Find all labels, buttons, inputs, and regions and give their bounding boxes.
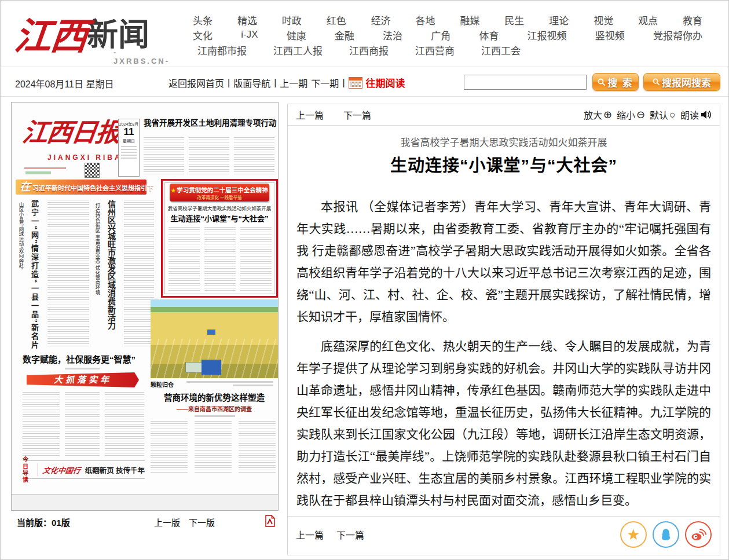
nav-item-row2-8[interactable]: 竖视频 [595,28,625,42]
next-article-link-bottom[interactable]: 下一篇 [336,528,364,541]
separator: | [274,78,276,88]
weibo-share-button[interactable] [685,521,712,548]
paper-ribbon: 大抓落实年 [27,372,139,387]
current-article-highlight-box[interactable]: ★学习贯彻党的二十届三中全会精神 改革再深化 一线看举措 我省高校学子暑期大思政… [161,179,278,298]
nav-item-row1-1[interactable]: 精选 [237,13,257,27]
newsprint-text [239,421,276,474]
nav-item-row2-7[interactable]: 江报视频 [527,28,567,42]
newspaper-page-thumbnail[interactable]: 江西日报 JIANGXI RIBAO 2024年8月 11 星期日 我省开展开发… [11,102,279,511]
nav-item-row3-2[interactable]: 江西商报 [349,43,389,57]
home-link[interactable]: 返回报网首页 [168,76,224,90]
nav-row-2: 文化i-JX健康金融法治广角体育江报视频竖视频党报帮你办 [193,27,702,42]
nav-item-row2-1[interactable]: i-JX [241,29,258,41]
search-icon [653,78,660,86]
site-search-button-label: 搜报网搜索 [662,75,711,89]
nav-item-row2-3[interactable]: 金融 [335,28,354,42]
newsprint-text [204,227,236,292]
newsprint-text [240,227,272,292]
prev-article-link-top[interactable]: 上一篇 [296,108,324,122]
next-issue-link[interactable]: 下一期 [311,76,339,90]
qzone-star-icon: ★ [627,527,640,542]
nav-item-row2-6[interactable]: 体育 [479,28,499,42]
current-date: 2024年08月11日 星期日 [15,76,113,90]
nav-item-row1-10[interactable]: 观点 [638,13,658,27]
zoom-out-icon: ⊖ [636,108,645,121]
nav-item-row1-9[interactable]: 视觉 [594,13,613,27]
article-panel: 上一篇 下一篇 放大⊕ 缩小⊖ 默认○ 朗读 我省高校学子暑期大思政实践活动如火… [287,104,720,555]
date-toolbar: 2024年08月11日 星期日 返回报网首页 | 版面导航 | 上一期 下一期 … [1,67,729,97]
today-guide-label: 今日导读 [23,456,33,483]
zoom-in-control[interactable]: 放大⊕ [584,108,612,122]
footer-divider [288,516,720,517]
nav-item-row1-11[interactable]: 教育 [683,13,702,27]
newsprint-text [47,200,89,347]
site-search-button[interactable]: 搜报网搜索 [643,73,720,91]
current-page-label: 当前版：01版 [17,516,70,528]
nav-item-row3-3[interactable]: 江西营商 [415,43,455,57]
nav-item-row1-0[interactable]: 头条 [193,13,213,27]
newsprint-text [195,421,232,474]
pdf-download-icon[interactable] [265,515,275,529]
weibo-icon [690,528,706,541]
article-title: 生动连接“小课堂”与“大社会” [288,152,720,176]
qq-share-button[interactable] [653,521,679,548]
paper-date-day: 11 [119,127,139,138]
article-body: 本报讯 （全媒体记者李芳）青年大学习、青年大宣讲、青年大调研、青年大实践……暑期… [296,196,711,515]
nav-item-row2-5[interactable]: 广角 [431,28,450,42]
article-footer: 上一篇 下一篇 ★ [296,518,712,551]
search-input[interactable] [464,75,587,90]
nav-item-row2-0[interactable]: 文化 [193,28,213,42]
main-nav: 头条精选时政红色经济各地融媒民生理论视觉观点教育 文化i-JX健康金融法治广角体… [193,12,702,57]
paper-footer-strip: 今日导读 文化中国行 纸翻新页 技传千年 [23,460,145,479]
culture-china-logo: 文化中国行 [42,464,82,475]
newspaper-date-box: 2024年8月 11 星期日 [118,119,140,177]
nav-item-row1-2[interactable]: 时政 [282,13,302,27]
newsprint-text [151,421,188,474]
paper-headline-mid: 营商环境的新优势这样塑造 [151,391,278,403]
article-toolbar: 上一篇 下一篇 放大⊕ 缩小⊖ 默认○ 朗读 [288,104,720,126]
strip-headline: 纸翻新页 技传千年 [85,464,145,475]
paper-vertical-subhead-left: 山区小县与网球运动“双向奔赴” [17,202,24,301]
zoom-out-control[interactable]: 缩小⊖ [617,108,645,122]
nav-item-row1-5[interactable]: 各地 [416,13,435,27]
next-article-link-top[interactable]: 下一篇 [343,108,371,122]
read-aloud-control[interactable]: 朗读 [680,108,712,122]
cloud-logo [25,171,51,174]
nav-item-row3-0[interactable]: 江南都市报 [197,43,247,57]
nav-item-row2-9[interactable]: 党报帮你办 [653,28,702,42]
nav-item-row1-8[interactable]: 理论 [549,13,569,27]
newsprint-text [105,392,144,456]
qzone-share-button[interactable]: ★ [620,521,647,548]
prev-issue-link[interactable]: 上一期 [280,76,307,90]
search-button[interactable]: 搜 索 [592,73,639,91]
zoom-in-icon: ⊕ [603,108,612,121]
newsprint-text [168,227,200,292]
default-size-control[interactable]: 默认○ [650,108,676,122]
nav-item-row2-2[interactable]: 健康 [287,28,306,42]
separator: | [228,78,230,88]
paper-date-weekday: 星期日 [119,138,139,144]
search-icon [598,78,606,86]
paper-headline-digital: 数字赋能，社保服务更“智慧” [23,353,145,365]
divider [38,463,38,476]
paper-vertical-headline-mid: 信州区兴城旺市激发区域消费新活力 [105,200,117,349]
site-logo[interactable]: 江西新闻 -JXRBS.CN- [15,6,149,64]
prev-page-link[interactable]: 上一版 [154,516,180,528]
nav-item-row2-4[interactable]: 法治 [383,28,402,42]
rice-field-photo [151,299,278,378]
nav-item-row1-4[interactable]: 经济 [371,13,391,27]
nav-item-row1-7[interactable]: 民生 [504,13,524,27]
archive-link[interactable]: 往期阅读 [366,75,405,90]
paper-headline-mid-subtitle: ——来自南昌市西湖区的调查 [151,404,278,413]
nav-item-row1-3[interactable]: 红色 [327,13,346,27]
next-page-link[interactable]: 下一版 [189,516,215,528]
nav-item-row1-6[interactable]: 融媒 [460,13,479,27]
nav-item-row3-1[interactable]: 江西工人报 [273,43,323,57]
nav-item-row3-4[interactable]: 江西工会 [481,43,521,57]
qq-penguin-icon [658,527,673,542]
newsprint-text [23,392,60,456]
grain-cart [185,362,203,372]
calendar-icon[interactable] [349,77,362,89]
layout-nav-link[interactable]: 版面导航 [233,76,270,90]
prev-article-link-bottom[interactable]: 上一篇 [296,528,324,541]
